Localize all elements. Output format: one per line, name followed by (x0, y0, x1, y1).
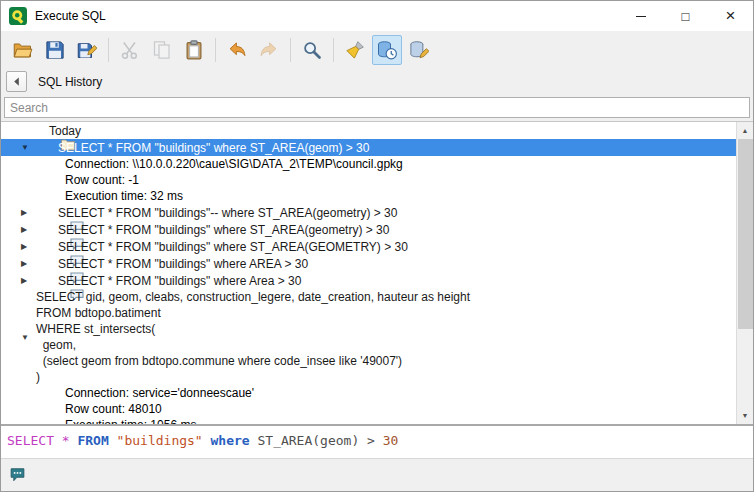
sql-editor[interactable]: SELECT * FROM "buildings" where ST_AREA(… (1, 425, 753, 458)
copy-button[interactable] (147, 35, 177, 65)
copy-icon (152, 40, 172, 60)
history-item[interactable]: ▶ SELECT * FROM "buildings" where ST_ARE… (1, 221, 736, 238)
history-sql-text: SELECT * FROM "buildings" where AREA > 3… (58, 257, 308, 271)
window-title: Execute SQL (35, 9, 106, 23)
history-tree: Today ▼ SELECT * FROM "buildings" where … (1, 121, 753, 425)
history-item-selected[interactable]: ▼ SELECT * FROM "buildings" where ST_ARE… (1, 139, 736, 156)
toolbar-separator (215, 38, 216, 62)
sql-editor-line: SELECT * FROM "buildings" where ST_AREA(… (7, 433, 398, 448)
scissors-icon (120, 40, 140, 60)
toolbar-separator (108, 38, 109, 62)
history-tree-content: Today ▼ SELECT * FROM "buildings" where … (1, 122, 736, 424)
search-row (1, 95, 753, 121)
history-item[interactable]: ▶ SELECT * FROM "buildings" where AREA >… (1, 255, 736, 272)
folder-open-icon (13, 40, 33, 60)
chevron-left-icon (11, 76, 22, 87)
chevron-down-icon[interactable]: ▼ (21, 143, 36, 152)
redo-button[interactable] (254, 35, 284, 65)
history-sql-text: SELECT * FROM "buildings" where Area > 3… (58, 274, 301, 288)
speech-bubble-icon (36, 222, 53, 238)
chevron-down-icon[interactable]: ▼ (21, 333, 36, 342)
search-input[interactable] (4, 97, 750, 118)
folder-icon (27, 123, 44, 139)
history-sql-text: SELECT * FROM "buildings" where ST_AREA(… (58, 223, 389, 237)
execute-query-button[interactable] (404, 35, 434, 65)
undo-button[interactable] (222, 35, 252, 65)
save-button[interactable] (40, 35, 70, 65)
panel-title: SQL History (38, 75, 102, 89)
history-sql-text: SELECT * FROM "buildings" where ST_AREA(… (58, 141, 369, 155)
history-detail-connection: Connection: service='donneescaue' (1, 385, 736, 401)
history-item[interactable]: ▶ SELECT * FROM "buildings" where Area >… (1, 272, 736, 289)
history-item[interactable]: ▶ SELECT * FROM "buildings"-- where ST_A… (1, 204, 736, 221)
speech-bubble-dots-icon (9, 466, 26, 483)
history-detail-rowcount: Row count: -1 (1, 172, 736, 188)
chevron-right-icon[interactable]: ▶ (21, 225, 36, 234)
broom-icon (345, 40, 365, 60)
clear-button[interactable] (340, 35, 370, 65)
open-file-button[interactable] (8, 35, 38, 65)
tree-group-today[interactable]: Today (1, 122, 736, 139)
database-pencil-icon (409, 40, 429, 60)
clipboard-icon (184, 40, 204, 60)
scroll-up-icon[interactable]: ▲ (737, 122, 753, 139)
history-detail-rowcount: Row count: 48010 (1, 401, 736, 417)
chevron-right-icon[interactable]: ▶ (21, 276, 36, 285)
vertical-scrollbar[interactable]: ▲ ▼ (736, 122, 753, 424)
sql-history-button[interactable] (372, 35, 402, 65)
panel-header: SQL History (1, 68, 753, 95)
minimize-button[interactable] (618, 1, 663, 31)
save-as-icon (77, 40, 97, 60)
toolbar-separator (290, 38, 291, 62)
title-bar: Execute SQL □ × (1, 1, 753, 31)
speech-bubble-icon (36, 205, 53, 221)
history-sql-text: SELECT * FROM "buildings"-- where ST_ARE… (58, 206, 397, 220)
database-clock-icon (377, 40, 397, 60)
history-detail-connection: Connection: \\10.0.0.220\caue\SIG\DATA_2… (1, 156, 736, 172)
find-button[interactable] (297, 35, 327, 65)
history-detail-time: Execution time: 32 ms (1, 188, 736, 204)
chevron-right-icon[interactable]: ▶ (21, 259, 36, 268)
undo-arrow-icon (227, 40, 247, 60)
chevron-right-icon[interactable]: ▶ (21, 208, 36, 217)
maximize-button[interactable]: □ (663, 1, 708, 31)
qgis-logo-icon (9, 7, 27, 25)
history-item-expanded[interactable]: ▼ SELECT gid, geom, cleabs, construction… (1, 289, 736, 385)
magnifier-icon (302, 40, 322, 60)
speech-bubble-icon (36, 256, 53, 272)
speech-bubble-icon (36, 239, 53, 255)
chevron-right-icon[interactable]: ▶ (21, 242, 36, 251)
execute-sql-window: Execute SQL □ × (0, 0, 754, 492)
scroll-down-icon[interactable]: ▼ (737, 407, 753, 424)
toolbar (1, 31, 753, 68)
paste-button[interactable] (179, 35, 209, 65)
redo-arrow-icon (259, 40, 279, 60)
history-item[interactable]: ▶ SELECT * FROM "buildings" where ST_ARE… (1, 238, 736, 255)
toolbar-separator (333, 38, 334, 62)
history-sql-multiline: SELECT gid, geom, cleabs, construction_l… (36, 289, 470, 385)
minimize-icon (636, 16, 646, 17)
save-icon (45, 40, 65, 60)
history-sql-text: SELECT * FROM "buildings" where ST_AREA(… (58, 240, 408, 254)
scrollbar-thumb[interactable] (738, 139, 753, 329)
save-as-button[interactable] (72, 35, 102, 65)
history-detail-time: Execution time: 1056 ms (1, 417, 736, 424)
back-button[interactable] (6, 71, 27, 92)
speech-bubble-icon (36, 140, 53, 156)
bottom-bar (1, 458, 753, 491)
tree-group-label: Today (49, 124, 81, 138)
close-button[interactable]: × (708, 1, 753, 31)
cut-button[interactable] (115, 35, 145, 65)
speech-bubble-icon (36, 273, 53, 289)
